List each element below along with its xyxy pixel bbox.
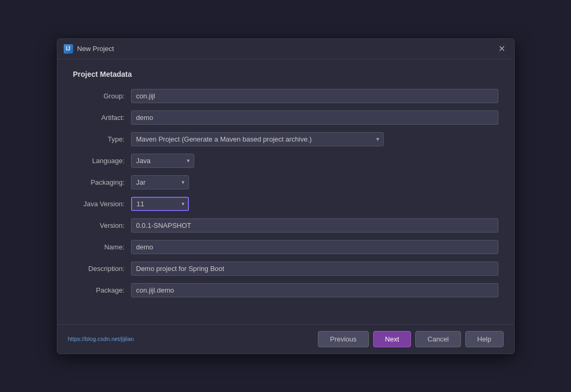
group-row: Group: (73, 89, 498, 103)
dialog-title-left: IJ New Project (64, 44, 114, 54)
artifact-label: Artifact: (73, 114, 131, 122)
type-row: Type: Maven Project (Generate a Maven ba… (73, 132, 498, 146)
version-input[interactable] (131, 218, 498, 233)
next-button[interactable]: Next (373, 331, 412, 347)
version-row: Version: (73, 218, 498, 233)
packaging-select[interactable]: Jar War (131, 175, 189, 189)
java-version-select-wrapper: 11 8 17 21 (131, 197, 189, 211)
name-input[interactable] (131, 240, 498, 254)
new-project-dialog: IJ New Project ✕ Project Metadata Group:… (57, 38, 515, 354)
package-row: Package: (73, 283, 498, 297)
version-label: Version: (73, 222, 131, 229)
group-label: Group: (73, 92, 131, 100)
packaging-row: Packaging: Jar War (73, 175, 498, 189)
java-version-label: Java Version: (73, 200, 131, 208)
dialog-titlebar: IJ New Project ✕ (57, 39, 514, 59)
language-select[interactable]: Java Kotlin Groovy (131, 154, 194, 168)
description-row: Description: (73, 262, 498, 276)
type-select[interactable]: Maven Project (Generate a Maven based pr… (131, 132, 384, 146)
footer-url: https://blog.csdn.net/jijilan (68, 336, 314, 342)
java-version-row: Java Version: 11 8 17 21 (73, 197, 498, 211)
group-input[interactable] (131, 89, 498, 103)
package-input[interactable] (131, 283, 498, 297)
dialog-content: Project Metadata Group: Artifact: Type: … (57, 59, 514, 324)
dialog-title: New Project (77, 45, 114, 53)
package-label: Package: (73, 286, 131, 294)
artifact-input[interactable] (131, 110, 498, 125)
previous-button[interactable]: Previous (318, 331, 369, 347)
language-row: Language: Java Kotlin Groovy (73, 154, 498, 168)
packaging-label: Packaging: (73, 178, 131, 186)
close-button[interactable]: ✕ (496, 43, 508, 55)
dialog-footer: https://blog.csdn.net/jijilan Previous N… (57, 324, 514, 354)
name-label: Name: (73, 243, 131, 251)
packaging-select-wrapper: Jar War (131, 175, 189, 189)
artifact-row: Artifact: (73, 110, 498, 125)
type-label: Type: (73, 135, 131, 143)
language-select-wrapper: Java Kotlin Groovy (131, 154, 194, 168)
section-title: Project Metadata (73, 70, 498, 78)
type-select-wrapper: Maven Project (Generate a Maven based pr… (131, 132, 384, 146)
app-icon: IJ (64, 44, 73, 54)
name-row: Name: (73, 240, 498, 254)
description-label: Description: (73, 265, 131, 273)
language-label: Language: (73, 157, 131, 165)
cancel-button[interactable]: Cancel (415, 331, 460, 347)
java-version-select[interactable]: 11 8 17 21 (131, 197, 189, 211)
description-input[interactable] (131, 262, 498, 276)
help-button[interactable]: Help (465, 331, 504, 347)
